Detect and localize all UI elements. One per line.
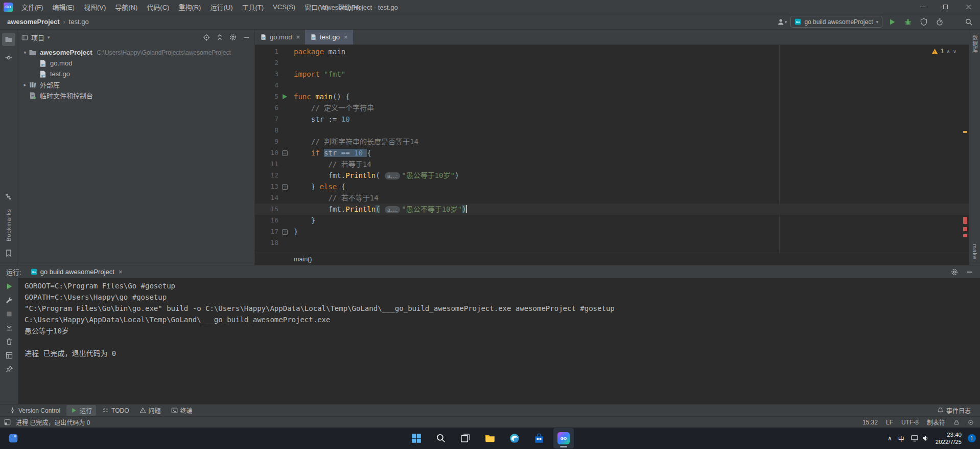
tree-expand-arrow-icon[interactable]: ▾ xyxy=(21,50,29,55)
tree-item[interactable]: 临时文件和控制台 xyxy=(17,90,254,101)
bookmarks-toolwindow-button[interactable]: Bookmarks xyxy=(6,209,12,241)
toolwindow-button-todo[interactable]: TODO xyxy=(98,405,133,416)
search-everywhere-button[interactable] xyxy=(963,16,975,28)
tree-expand-arrow-icon[interactable]: ▸ xyxy=(21,82,29,87)
toolwindow-button-problems[interactable]: 问题 xyxy=(135,405,165,416)
fold-icon[interactable]: − xyxy=(282,150,288,156)
line-number[interactable]: 1 xyxy=(255,46,278,57)
code-line-3[interactable]: 3import "fmt" xyxy=(255,69,969,80)
file-encoding[interactable]: UTF-8 xyxy=(901,419,919,426)
toolwindow-button-terminal[interactable]: 终端 xyxy=(167,405,197,416)
menu-item[interactable]: 重构(R) xyxy=(174,0,205,14)
toolwindow-button-event-log[interactable]: 事件日志 xyxy=(933,405,975,416)
console-output[interactable]: GOROOT=C:\Program Files\Go #gosetupGOPAT… xyxy=(18,278,980,404)
tree-item[interactable]: ▸外部库 xyxy=(17,79,254,90)
line-number[interactable]: 18 xyxy=(255,237,278,249)
tree-item[interactable]: ▾awesomeProjectC:\Users\Happy\GolandProj… xyxy=(17,47,254,58)
fold-icon[interactable]: − xyxy=(282,229,288,235)
modify-run-config-button[interactable] xyxy=(5,296,13,304)
tree-item[interactable]: gotest.go xyxy=(17,69,254,79)
run-config-combo[interactable]: Go go build awesomeProject ▾ xyxy=(790,16,882,28)
code-line-17[interactable]: 17−} xyxy=(255,226,969,237)
toolwindow-switcher-icon[interactable] xyxy=(4,419,11,425)
taskbar-search-button[interactable] xyxy=(431,428,451,448)
code-line-5[interactable]: 5func main() { xyxy=(255,91,969,102)
run-tab-close-icon[interactable]: × xyxy=(119,268,123,276)
panel-settings-gear-icon[interactable] xyxy=(229,33,237,41)
line-ending[interactable]: LF xyxy=(886,419,893,426)
notification-badge[interactable]: 1 xyxy=(968,434,976,442)
caret-position[interactable]: 15:32 xyxy=(862,419,878,426)
editor-tab-go.mod[interactable]: gogo.mod× xyxy=(255,30,305,44)
line-number[interactable]: 7 xyxy=(255,114,278,125)
breadcrumb-project[interactable]: awesomeProject xyxy=(7,18,60,26)
edge-button[interactable] xyxy=(504,428,525,448)
tray-quick-settings[interactable] xyxy=(911,434,929,442)
line-number[interactable]: 2 xyxy=(255,57,278,69)
error-stripe[interactable] xyxy=(962,45,969,253)
fold-icon[interactable]: − xyxy=(282,184,288,190)
line-number[interactable]: 17 xyxy=(255,226,278,237)
breadcrumb-file[interactable]: test.go xyxy=(69,18,89,26)
code-line-4[interactable]: 4 xyxy=(255,80,969,91)
menu-item[interactable]: 运行(U) xyxy=(205,0,237,14)
structure-toolwindow-button[interactable] xyxy=(2,190,15,204)
tray-chevron-up-icon[interactable]: ∧ xyxy=(888,435,892,442)
toolwindow-button-run[interactable]: 运行 xyxy=(66,405,96,416)
run-button[interactable] xyxy=(886,16,898,28)
code-line-9[interactable]: 9 // 判断字符串的长度是否等于14 xyxy=(255,136,969,147)
console-layout-button[interactable] xyxy=(5,351,13,360)
code-line-11[interactable]: 11 // 若等于14 xyxy=(255,159,969,170)
code-line-12[interactable]: 12 fmt.Println( a…:"愚公等于10岁") xyxy=(255,170,969,181)
prev-problem-button[interactable]: ∧ xyxy=(946,49,950,54)
commit-toolwindow-button[interactable] xyxy=(2,51,15,64)
clear-console-button[interactable] xyxy=(5,338,13,346)
error-stripe-mark[interactable] xyxy=(963,227,967,231)
goland-taskbar-button[interactable]: GO xyxy=(553,428,574,448)
line-number[interactable]: 8 xyxy=(255,125,278,136)
error-stripe-mark[interactable] xyxy=(963,217,967,224)
locate-file-icon[interactable] xyxy=(202,33,211,41)
project-toolwindow-button[interactable] xyxy=(2,33,15,46)
code-line-16[interactable]: 16 } xyxy=(255,215,969,226)
code-line-10[interactable]: 10− if str == 10 { xyxy=(255,147,969,159)
hide-run-panel-icon[interactable] xyxy=(966,268,974,276)
menu-item[interactable]: 视图(V) xyxy=(79,0,110,14)
file-explorer-button[interactable] xyxy=(480,428,500,448)
hide-panel-icon[interactable] xyxy=(242,33,250,41)
rerun-button[interactable] xyxy=(5,282,13,290)
make-toolwindow-button[interactable]: make xyxy=(972,244,978,260)
inspections-hector-icon[interactable] xyxy=(968,419,974,425)
menu-item[interactable]: 工具(T) xyxy=(237,0,268,14)
taskbar-clock[interactable]: 23:40 2022/7/25 xyxy=(936,431,962,445)
collapse-all-icon[interactable] xyxy=(216,33,224,41)
menu-item[interactable]: 代码(C) xyxy=(142,0,174,14)
task-view-button[interactable] xyxy=(455,428,476,448)
project-panel-title[interactable]: 项目 xyxy=(31,33,44,42)
code-line-6[interactable]: 6 // 定义一个字符串 xyxy=(255,102,969,114)
menu-item[interactable]: 文件(F) xyxy=(17,0,48,14)
code-line-2[interactable]: 2 xyxy=(255,57,969,69)
debug-button[interactable] xyxy=(902,16,914,28)
toolwindow-button-version-control[interactable]: Version Control xyxy=(5,405,64,416)
code-line-13[interactable]: 13− } else { xyxy=(255,181,969,192)
line-number[interactable]: 15 xyxy=(255,204,278,215)
error-stripe-mark[interactable] xyxy=(963,234,967,237)
code-line-8[interactable]: 8 xyxy=(255,125,969,136)
read-only-lock-icon[interactable] xyxy=(953,419,960,425)
breadcrumb-function[interactable]: main() xyxy=(294,256,312,263)
profiler-button[interactable] xyxy=(934,16,946,28)
code-line-1[interactable]: 1package main xyxy=(255,46,969,57)
minimize-button[interactable] xyxy=(911,0,934,14)
tab-close-icon[interactable]: × xyxy=(296,33,300,41)
stop-button[interactable] xyxy=(5,310,13,318)
indent-style[interactable]: 制表符 xyxy=(927,418,945,426)
tree-item[interactable]: gogo.mod xyxy=(17,58,254,69)
code-with-me-button[interactable]: ▾ xyxy=(777,18,787,26)
close-button[interactable] xyxy=(957,0,980,14)
line-number[interactable]: 16 xyxy=(255,215,278,226)
start-button[interactable] xyxy=(406,428,427,448)
line-number[interactable]: 3 xyxy=(255,69,278,80)
line-number[interactable]: 14 xyxy=(255,192,278,204)
menu-item[interactable]: 导航(N) xyxy=(110,0,142,14)
